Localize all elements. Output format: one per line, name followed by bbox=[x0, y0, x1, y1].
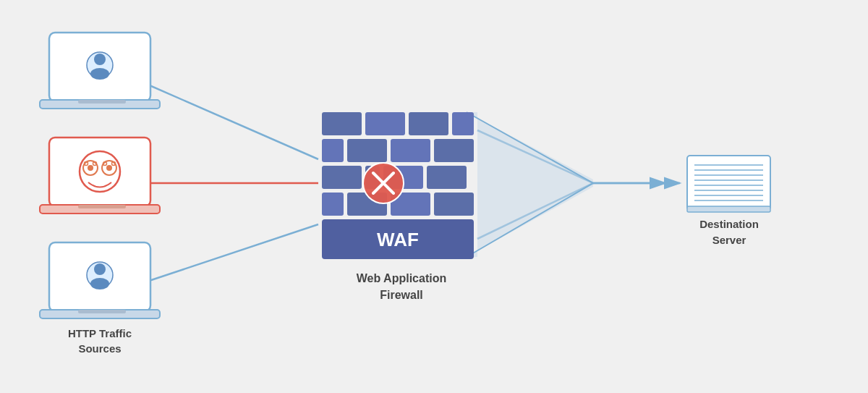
svg-rect-38 bbox=[347, 139, 387, 162]
svg-point-13 bbox=[94, 54, 106, 65]
laptop-top bbox=[40, 33, 160, 109]
svg-rect-55 bbox=[687, 156, 770, 210]
svg-rect-45 bbox=[322, 193, 344, 216]
svg-rect-15 bbox=[49, 138, 150, 206]
svg-rect-11 bbox=[78, 100, 126, 103]
laptop-evil bbox=[40, 138, 160, 214]
svg-rect-64 bbox=[687, 206, 770, 212]
svg-text:Sources: Sources bbox=[78, 342, 121, 355]
laptop-bottom bbox=[40, 242, 160, 318]
svg-rect-29 bbox=[78, 310, 126, 313]
svg-rect-35 bbox=[409, 112, 448, 135]
svg-rect-40 bbox=[434, 139, 474, 162]
svg-text:WAF: WAF bbox=[377, 229, 419, 250]
svg-point-21 bbox=[88, 165, 93, 171]
destination-server bbox=[687, 156, 770, 212]
svg-rect-39 bbox=[391, 139, 430, 162]
svg-rect-36 bbox=[452, 112, 474, 135]
svg-point-14 bbox=[90, 68, 109, 80]
svg-rect-41 bbox=[322, 166, 362, 189]
svg-text:HTTP Traffic: HTTP Traffic bbox=[68, 327, 132, 339]
svg-rect-34 bbox=[365, 112, 405, 135]
svg-point-31 bbox=[94, 263, 106, 275]
svg-text:Destination: Destination bbox=[699, 218, 759, 230]
svg-rect-33 bbox=[322, 112, 362, 135]
svg-text:Server: Server bbox=[712, 234, 746, 246]
svg-text:Web Application: Web Application bbox=[357, 272, 446, 284]
svg-point-32 bbox=[90, 278, 109, 290]
svg-point-22 bbox=[106, 165, 112, 171]
diagram: WAF Web Application Firewall HTTP Traf bbox=[0, 0, 868, 393]
svg-rect-43 bbox=[427, 166, 467, 189]
svg-rect-37 bbox=[322, 139, 344, 162]
svg-text:Firewall: Firewall bbox=[380, 289, 423, 301]
svg-rect-48 bbox=[434, 193, 474, 216]
svg-rect-17 bbox=[78, 205, 126, 208]
